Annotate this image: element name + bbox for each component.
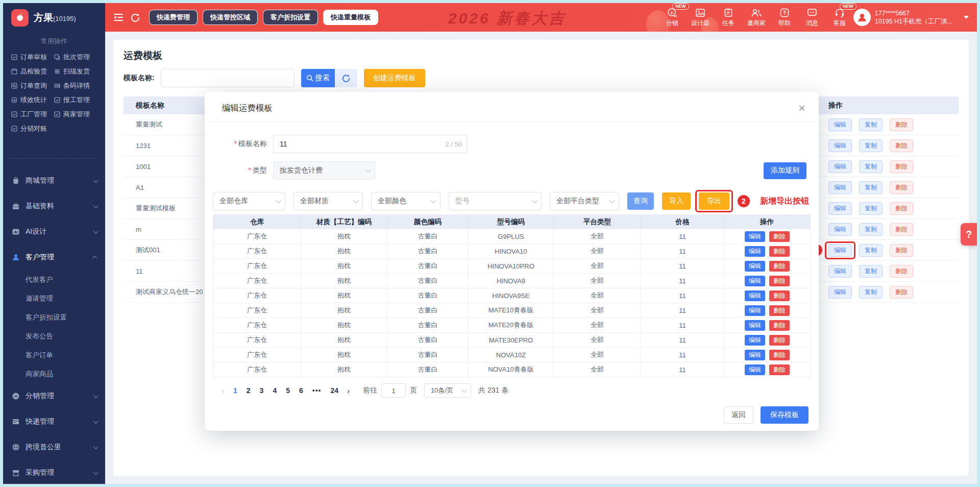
copy-button[interactable]: 复制 [859,265,883,278]
collapse-menu-icon[interactable] [113,13,124,21]
quick-item-qc[interactable]: 品检验货 [11,64,54,79]
template-name-input[interactable] [161,69,295,87]
brand-logo[interactable]: 方果(10195) [3,3,105,32]
rule-edit-button[interactable]: 编辑 [745,290,765,301]
rule-edit-button[interactable]: 编辑 [745,276,765,286]
goto-page-input[interactable] [381,383,406,398]
rule-edit-button[interactable]: 编辑 [745,261,765,272]
copy-button[interactable]: 复制 [859,286,883,299]
rule-edit-button[interactable]: 编辑 [745,231,765,242]
rule-edit-button[interactable]: 编辑 [745,350,765,360]
quick-item-work-report[interactable]: 报工管理 [54,93,97,107]
add-rule-button[interactable]: 添加规则 [764,162,806,179]
copy-button[interactable]: 复制 [859,223,883,236]
sidebar-subitem-customer-discount[interactable]: 客户折扣设置 [3,308,105,327]
sidebar-item-ai-design[interactable]: Ai AI设计 [3,219,105,245]
quick-item-order-query[interactable]: 订单查询 [11,79,54,93]
search-button[interactable]: 搜索 [301,69,335,87]
nav-invite-merchant[interactable]: 邀商家 [747,8,766,28]
sidebar-subitem-merchant-goods[interactable]: 商家商品 [3,364,105,383]
rule-delete-button[interactable]: 删除 [769,335,790,346]
edit-button[interactable]: 编辑 [828,265,852,278]
nav-distribution[interactable]: NEW ¥ 分销 [664,8,681,28]
tab-express-fee[interactable]: 快递费管理 [149,10,198,25]
delete-button[interactable]: 删除 [890,202,913,215]
export-button[interactable]: 导出 [699,192,729,210]
nav-customer-service[interactable]: NEW 客服 [831,8,848,28]
tab-express-weight-template[interactable]: 快递重量模板 [323,10,378,25]
sidebar-item-purchase[interactable]: 采购管理 [3,460,105,484]
edit-button[interactable]: 编辑 [828,223,852,236]
caret-down-icon[interactable] [964,16,969,19]
more-pages-icon[interactable]: ••• [308,386,326,395]
delete-button[interactable]: 删除 [890,223,913,236]
query-button[interactable]: 查询 [627,192,654,210]
model-select[interactable]: 型号 [449,192,542,210]
quick-item-distribution-recon[interactable]: 分销对账 [11,121,54,136]
page-number[interactable]: 4 [268,386,281,395]
rule-edit-button[interactable]: 编辑 [745,320,765,331]
rule-edit-button[interactable]: 编辑 [745,305,765,316]
nav-help[interactable]: ? 帮助 [776,8,793,28]
save-template-button[interactable]: 保存模板 [761,406,808,424]
edit-button[interactable]: 编辑 [828,160,852,173]
delete-button[interactable]: 删除 [890,244,913,257]
copy-button[interactable]: 复制 [859,202,883,215]
delete-button[interactable]: 删除 [890,160,913,173]
sidebar-item-express[interactable]: 快递管理 [3,409,105,434]
reset-refresh-button[interactable] [335,69,357,87]
sidebar-subitem-dropship-customer[interactable]: 代发客户 [3,270,105,289]
sidebar-item-crossborder[interactable]: 跨境首公里 [3,434,105,460]
sidebar-item-distribution[interactable]: 分销管理 [3,383,105,409]
color-select[interactable]: 全部颜色 [371,192,440,210]
rule-delete-button[interactable]: 删除 [769,261,790,272]
sidebar-subitem-invite-mgmt[interactable]: 邀请管理 [3,289,105,308]
delete-button[interactable]: 删除 [890,139,913,152]
warehouse-select[interactable]: 全部仓库 [213,192,285,210]
quick-item-barcode[interactable]: 条码详情 [54,79,97,93]
page-number[interactable]: 6 [295,386,308,395]
rule-delete-button[interactable]: 删除 [769,231,790,242]
nav-tasks[interactable]: 任务 [720,8,737,28]
nav-designer[interactable]: 设计器 [691,8,709,28]
delete-button[interactable]: 删除 [890,286,913,299]
page-number[interactable]: 3 [255,386,268,395]
import-button[interactable]: 导入 [662,192,691,210]
delete-button[interactable]: 删除 [890,118,913,131]
quick-item-scan-ship[interactable]: 扫描发货 [54,64,97,79]
quick-item-merchant[interactable]: 商家管理 [54,107,97,121]
edit-button[interactable]: 编辑 [828,202,852,215]
delete-button[interactable]: 删除 [890,265,913,278]
rule-delete-button[interactable]: 删除 [769,320,790,331]
page-number[interactable]: 5 [281,386,295,395]
rule-edit-button[interactable]: 编辑 [745,335,765,346]
sidebar-item-mall[interactable]: 商城管理 [3,168,105,193]
edit-button[interactable]: 编辑 [828,139,852,152]
rule-delete-button[interactable]: 删除 [769,305,790,316]
material-select[interactable]: 全部材质 [293,192,363,210]
page-number[interactable]: 24 [326,386,344,395]
back-button[interactable]: 返回 [724,406,753,424]
copy-button[interactable]: 复制 [859,139,883,152]
copy-button[interactable]: 复制 [859,118,883,131]
rule-delete-button[interactable]: 删除 [769,350,790,360]
quick-item-order-audit[interactable]: 订单审核 [11,50,54,64]
edit-button[interactable]: 编辑 [828,286,852,299]
sidebar-item-customer[interactable]: 客户管理 [3,245,105,270]
rule-delete-button[interactable]: 删除 [769,276,790,286]
rule-delete-button[interactable]: 删除 [769,290,790,301]
tab-express-control-area[interactable]: 快递管控区域 [203,10,258,25]
prev-page-icon[interactable]: ‹ [218,386,229,395]
sidebar-item-base-data[interactable]: 基础资料 [3,193,105,219]
rule-edit-button[interactable]: 编辑 [745,364,765,375]
delete-button[interactable]: 删除 [890,181,913,194]
edit-button[interactable]: 编辑 [828,118,852,131]
quick-item-batch[interactable]: 批次管理 [54,50,97,64]
type-select[interactable]: 按发货仓计费 [273,161,375,180]
edit-button[interactable]: 编辑 [828,181,852,194]
quick-item-factory[interactable]: 工厂管理 [11,107,54,121]
refresh-page-icon[interactable] [131,13,140,22]
edit-button[interactable]: 编辑 [828,244,852,257]
rule-edit-button[interactable]: 编辑 [745,246,765,257]
rule-delete-button[interactable]: 删除 [769,364,790,375]
